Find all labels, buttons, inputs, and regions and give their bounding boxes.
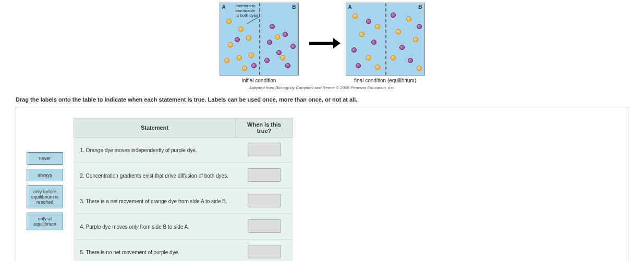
statement-4: 4. Purple dye moves only from side B to … <box>74 214 236 240</box>
statement-5: 5. There is no net movement of purple dy… <box>74 240 236 262</box>
orange-molecule-icon <box>242 66 247 71</box>
label-at-equilibrium[interactable]: only at equilibrium <box>27 213 63 230</box>
header-statement: Statement <box>74 118 236 138</box>
orange-molecule-icon <box>280 55 285 60</box>
purple-molecule-icon <box>235 37 240 42</box>
orange-molecule-icon <box>375 65 380 70</box>
orange-molecule-icon <box>413 37 418 42</box>
purple-molecule-icon <box>417 24 422 29</box>
orange-molecule-icon <box>228 42 233 47</box>
statement-2: 2. Concentration gradients exist that dr… <box>74 163 236 189</box>
table-row: 4. Purple dye moves only from side B to … <box>74 214 293 240</box>
labels-pool: never always only before equilibrium is … <box>27 118 63 261</box>
header-when: When is this true? <box>236 118 293 138</box>
purple-molecule-icon <box>356 63 361 68</box>
table-row: 2. Concentration gradients exist that dr… <box>74 163 293 189</box>
purple-molecule-icon <box>267 40 272 45</box>
instruction-text: Drag the labels onto the table to indica… <box>0 90 644 107</box>
orange-molecule-icon <box>391 55 396 60</box>
purple-molecule-icon <box>391 13 396 18</box>
purple-molecule-icon <box>276 50 282 55</box>
membrane-line <box>259 3 260 75</box>
arrow-icon <box>309 42 335 45</box>
initial-panel: A B membrane permeable to both dyes <box>220 3 299 83</box>
final-panel: A B final condition (equilibrium) <box>346 3 425 83</box>
orange-molecule-icon <box>226 19 232 24</box>
annot-l3: to both dyes <box>236 13 259 18</box>
annot-l1: membrane <box>236 4 256 8</box>
purple-molecule-icon <box>351 47 357 53</box>
purple-molecule-icon <box>371 40 376 45</box>
orange-molecule-icon <box>249 53 254 58</box>
stmt4-post: from side B to side A. <box>139 224 189 230</box>
annot-l2: permeable <box>236 8 256 13</box>
drop-slot-3[interactable] <box>248 194 281 207</box>
orange-molecule-icon <box>359 32 364 37</box>
orange-molecule-icon <box>275 34 280 40</box>
label-before-equilibrium[interactable]: only before equilibrium is reached <box>27 185 63 208</box>
purple-molecule-icon <box>399 45 405 50</box>
purple-molecule-icon <box>290 44 296 49</box>
orange-molecule-icon <box>237 55 242 60</box>
initial-caption: initial condition <box>242 78 276 83</box>
purple-molecule-icon <box>283 32 288 37</box>
final-caption: final condition (equilibrium) <box>354 78 416 83</box>
orange-molecule-icon <box>417 66 422 71</box>
statement-3: 3. There is a net movement of orange dye… <box>74 189 236 214</box>
drop-slot-2[interactable] <box>248 168 281 182</box>
orange-molecule-icon <box>375 24 380 29</box>
purple-molecule-icon <box>251 63 257 68</box>
statements-table: Statement When is this true? 1. Orange d… <box>74 118 293 261</box>
activity-area: never always only before equilibrium is … <box>16 107 628 261</box>
drop-slot-5[interactable] <box>248 245 281 258</box>
orange-molecule-icon <box>353 14 358 19</box>
purple-molecule-icon <box>264 58 270 63</box>
orange-molecule-icon <box>366 55 371 60</box>
label-never[interactable]: never <box>27 152 63 165</box>
statement-1: 1. Orange dye moves independently of pur… <box>74 138 236 163</box>
table-row: 1. Orange dye moves independently of pur… <box>74 138 293 163</box>
citation: Adapted from Biology by Campbell and Ree… <box>0 85 644 90</box>
orange-molecule-icon <box>246 35 251 41</box>
orange-molecule-icon <box>396 29 401 34</box>
label-b: B <box>292 4 296 10</box>
stmt4-em: only <box>129 224 138 230</box>
orange-molecule-icon <box>406 16 411 21</box>
purple-molecule-icon <box>270 24 275 29</box>
purple-molecule-icon <box>366 19 371 24</box>
drop-slot-4[interactable] <box>248 219 281 233</box>
orange-molecule-icon <box>238 27 244 32</box>
label-a: A <box>222 4 226 10</box>
membrane-line <box>385 3 386 75</box>
purple-molecule-icon <box>408 58 413 63</box>
table-row: 3. There is a net movement of orange dye… <box>74 189 293 214</box>
final-box: A B <box>346 3 425 76</box>
membrane-annotation: membrane permeable to both dyes <box>236 4 259 18</box>
orange-molecule-icon <box>224 58 229 63</box>
stmt4-pre: 4. Purple dye moves <box>80 224 129 230</box>
initial-box: A B membrane permeable to both dyes <box>220 3 299 76</box>
statements-table-wrap: Statement When is this true? 1. Orange d… <box>74 118 293 261</box>
purple-molecule-icon <box>285 63 290 68</box>
label-b: B <box>418 4 422 10</box>
diagram-section: A B membrane permeable to both dyes <box>0 0 644 83</box>
table-row: 5. There is no net movement of purple dy… <box>74 240 293 262</box>
label-a: A <box>348 4 352 10</box>
label-always[interactable]: always <box>27 169 63 181</box>
drop-slot-1[interactable] <box>248 143 281 156</box>
